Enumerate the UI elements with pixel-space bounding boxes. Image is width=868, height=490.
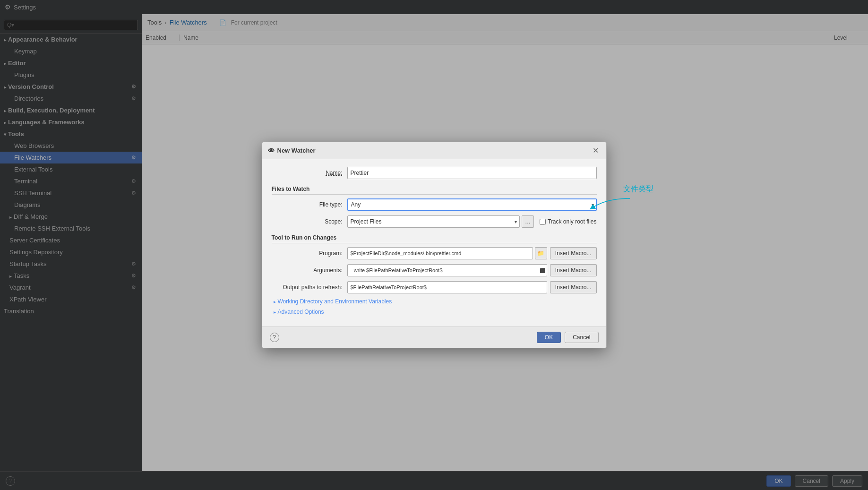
dialog-ok-button[interactable]: OK <box>537 332 561 343</box>
name-input[interactable] <box>347 167 597 179</box>
file-type-label: File type: <box>272 201 347 208</box>
track-root-label: Track only root files <box>548 218 597 225</box>
dialog-title-bar: 👁 New Watcher ✕ <box>262 142 606 159</box>
file-type-annotation: 文件类型 <box>623 184 653 194</box>
dialog-title-left: 👁 New Watcher <box>268 147 316 155</box>
name-label: Name: <box>272 170 347 176</box>
output-insert-macro-button[interactable]: Insert Macro... <box>550 281 597 293</box>
dialog-overlay: 👁 New Watcher ✕ Name: Files to Watch Fil… <box>0 0 868 490</box>
name-row: Name: <box>272 167 597 179</box>
output-paths-input[interactable] <box>347 281 547 293</box>
advanced-arrow: ▸ <box>274 309 276 315</box>
scope-row: Scope: Project Files ▾ … Track only root… <box>272 215 597 228</box>
dialog-close-button[interactable]: ✕ <box>591 146 601 155</box>
arguments-input-wrapper: ⬛ <box>347 264 547 276</box>
program-label: Program: <box>272 250 347 257</box>
arguments-small-icon: ⬛ <box>540 268 545 273</box>
dialog-buttons: OK Cancel <box>537 332 599 343</box>
file-type-select[interactable]: Any <box>347 198 597 211</box>
scope-select-wrapper: Project Files ▾ <box>347 215 520 228</box>
program-browse-button[interactable]: 📁 <box>535 247 547 259</box>
new-watcher-dialog: 👁 New Watcher ✕ Name: Files to Watch Fil… <box>262 142 607 348</box>
file-type-row: File type: Any ▾ 文件类型 <box>272 198 597 211</box>
dialog-footer: ? OK Cancel <box>262 327 606 348</box>
arguments-input[interactable] <box>347 264 547 276</box>
dialog-title: New Watcher <box>277 147 316 154</box>
working-dir-arrow: ▸ <box>274 299 276 304</box>
advanced-options-collapsible[interactable]: ▸ Advanced Options <box>272 309 597 315</box>
watcher-icon: 👁 <box>268 147 275 155</box>
tool-section: Tool to Run on Changes <box>272 234 597 243</box>
file-type-select-wrapper: Any ▾ <box>347 198 597 211</box>
scope-controls: Project Files ▾ … <box>347 215 534 228</box>
scope-select[interactable]: Project Files <box>347 215 520 228</box>
program-input-group: 📁 <box>347 247 547 259</box>
advanced-label: Advanced Options <box>278 309 324 315</box>
working-dir-collapsible[interactable]: ▸ Working Directory and Environment Vari… <box>272 298 597 305</box>
track-root-checkbox-container: Track only root files <box>540 218 597 225</box>
output-paths-label: Output paths to refresh: <box>272 284 347 291</box>
arguments-insert-macro-button[interactable]: Insert Macro... <box>550 264 597 276</box>
program-input[interactable] <box>347 247 533 259</box>
track-root-checkbox[interactable] <box>540 219 546 225</box>
working-dir-label: Working Directory and Environment Variab… <box>278 298 392 305</box>
program-insert-macro-button[interactable]: Insert Macro... <box>550 247 597 259</box>
program-row: Program: 📁 Insert Macro... <box>272 247 597 259</box>
scope-more-button[interactable]: … <box>522 215 534 228</box>
dialog-body: Name: Files to Watch File type: Any ▾ 文件… <box>262 159 606 327</box>
arguments-label: Arguments: <box>272 267 347 274</box>
scope-label: Scope: <box>272 218 347 225</box>
dialog-help-button[interactable]: ? <box>270 333 279 342</box>
dialog-cancel-button[interactable]: Cancel <box>565 332 598 343</box>
output-paths-row: Output paths to refresh: Insert Macro... <box>272 281 597 293</box>
files-to-watch-section: Files to Watch <box>272 186 597 195</box>
arguments-row: Arguments: ⬛ Insert Macro... <box>272 264 597 276</box>
